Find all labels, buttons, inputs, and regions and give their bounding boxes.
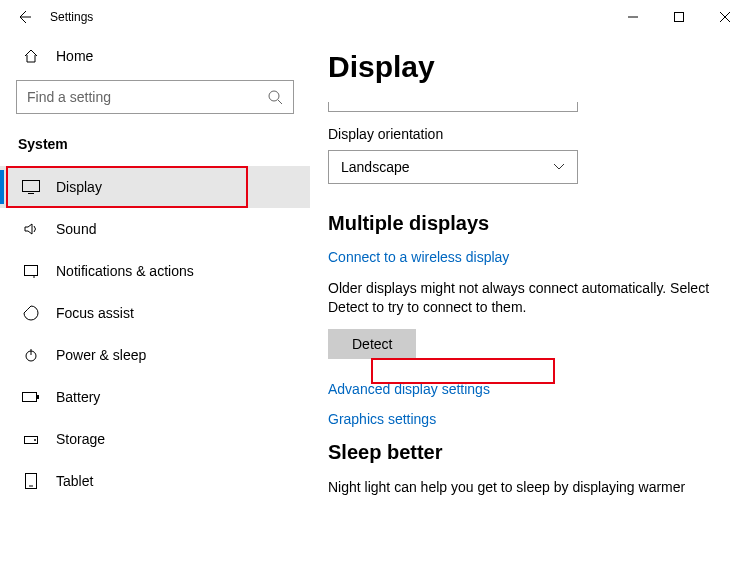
home-button[interactable]: Home xyxy=(0,38,310,74)
search-box[interactable] xyxy=(16,80,294,114)
power-icon xyxy=(22,347,40,363)
content-pane: Display Display orientation Landscape Mu… xyxy=(310,34,748,571)
sidebar-item-notifications[interactable]: Notifications & actions xyxy=(0,250,310,292)
sidebar-item-label: Tablet xyxy=(56,473,93,489)
sidebar-item-label: Sound xyxy=(56,221,96,237)
sleep-better-text: Night light can help you get to sleep by… xyxy=(328,478,720,497)
sidebar-item-battery[interactable]: Battery xyxy=(0,376,310,418)
dropdown-value: Landscape xyxy=(341,159,410,175)
maximize-icon xyxy=(674,12,684,22)
svg-rect-12 xyxy=(23,393,37,402)
window-title: Settings xyxy=(48,10,610,24)
minimize-button[interactable] xyxy=(610,0,656,34)
svg-rect-1 xyxy=(675,13,684,22)
wireless-display-link[interactable]: Connect to a wireless display xyxy=(328,249,720,265)
notifications-icon xyxy=(22,263,40,279)
sleep-better-heading: Sleep better xyxy=(328,441,720,464)
svg-line-5 xyxy=(278,100,282,104)
minimize-icon xyxy=(628,12,638,22)
close-icon xyxy=(720,12,730,22)
sidebar-item-label: Storage xyxy=(56,431,105,447)
sidebar-item-sound[interactable]: Sound xyxy=(0,208,310,250)
storage-icon xyxy=(22,431,40,447)
sidebar-item-display[interactable]: Display xyxy=(0,166,310,208)
chevron-down-icon xyxy=(553,163,565,171)
window-controls xyxy=(610,0,748,34)
titlebar: Settings xyxy=(0,0,748,34)
orientation-dropdown[interactable]: Landscape xyxy=(328,150,578,184)
svg-rect-6 xyxy=(23,181,40,192)
sound-icon xyxy=(22,221,40,237)
tablet-icon xyxy=(22,473,40,489)
close-button[interactable] xyxy=(702,0,748,34)
home-icon xyxy=(22,48,40,64)
search-input[interactable] xyxy=(27,89,267,105)
focus-icon xyxy=(22,305,40,321)
search-icon xyxy=(267,89,283,105)
sidebar-item-tablet[interactable]: Tablet xyxy=(0,460,310,502)
sidebar-item-power[interactable]: Power & sleep xyxy=(0,334,310,376)
cropped-control xyxy=(328,102,578,112)
sidebar-item-label: Power & sleep xyxy=(56,347,146,363)
back-button[interactable] xyxy=(0,0,48,34)
category-label: System xyxy=(0,126,310,166)
sidebar-item-label: Focus assist xyxy=(56,305,134,321)
sidebar-item-label: Battery xyxy=(56,389,100,405)
page-title: Display xyxy=(328,50,720,84)
detect-button[interactable]: Detect xyxy=(328,329,416,359)
sidebar-item-label: Display xyxy=(56,179,102,195)
display-icon xyxy=(22,180,40,194)
graphics-settings-link[interactable]: Graphics settings xyxy=(328,411,720,427)
detect-help-text: Older displays might not always connect … xyxy=(328,279,720,317)
sidebar-item-focus[interactable]: Focus assist xyxy=(0,292,310,334)
multiple-displays-heading: Multiple displays xyxy=(328,212,720,235)
svg-point-4 xyxy=(269,91,279,101)
maximize-button[interactable] xyxy=(656,0,702,34)
svg-point-15 xyxy=(34,439,36,441)
home-label: Home xyxy=(56,48,93,64)
svg-rect-13 xyxy=(37,395,39,399)
sidebar-item-label: Notifications & actions xyxy=(56,263,194,279)
sidebar-item-storage[interactable]: Storage xyxy=(0,418,310,460)
battery-icon xyxy=(22,391,40,403)
orientation-label: Display orientation xyxy=(328,126,720,142)
svg-rect-8 xyxy=(25,266,38,276)
sidebar: Home System Display Sound Notifications … xyxy=(0,34,310,571)
advanced-display-link[interactable]: Advanced display settings xyxy=(328,381,720,397)
arrow-left-icon xyxy=(16,9,32,25)
